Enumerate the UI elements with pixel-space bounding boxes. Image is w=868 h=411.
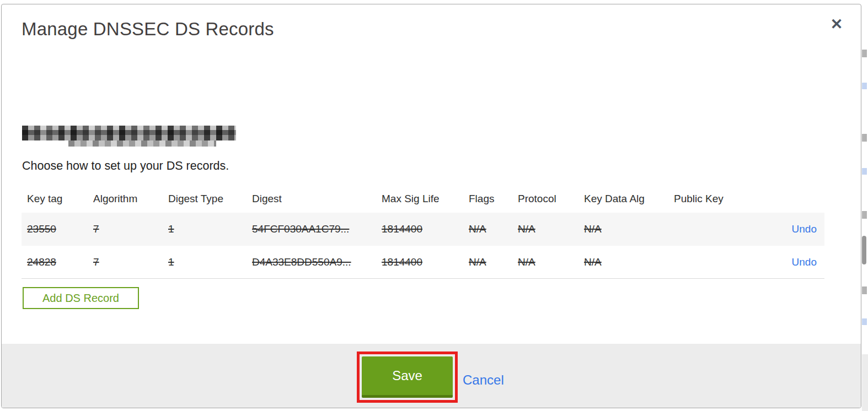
cell-digest: D4A33E8DD550A9... xyxy=(252,256,382,268)
dnssec-modal: Manage DNSSEC DS Records ✕ Choose how to… xyxy=(1,4,861,408)
cell-flags: N/A xyxy=(469,223,518,235)
col-header-max-sig-life: Max Sig Life xyxy=(382,193,469,205)
background-footer-strip xyxy=(862,354,868,411)
cell-protocol: N/A xyxy=(518,223,584,235)
col-header-public-key: Public Key xyxy=(674,193,786,205)
cell-algorithm: 7 xyxy=(93,256,168,268)
cell-protocol: N/A xyxy=(518,256,584,268)
cell-key-data-alg: N/A xyxy=(584,223,674,235)
col-header-protocol: Protocol xyxy=(518,193,584,205)
cell-digest-type: 1 xyxy=(168,256,252,268)
table-row: 23550 7 1 54FCF030AA1C79... 1814400 N/A … xyxy=(22,213,824,246)
modal-title: Manage DNSSEC DS Records xyxy=(22,19,274,40)
domain-name-redacted xyxy=(22,126,236,140)
undo-link[interactable]: Undo xyxy=(792,223,817,235)
cell-algorithm: 7 xyxy=(93,223,168,235)
undo-link[interactable]: Undo xyxy=(792,256,817,268)
cutoff-text-fragment xyxy=(862,50,867,57)
cell-key-data-alg: N/A xyxy=(584,256,674,268)
col-header-key-data-alg: Key Data Alg xyxy=(584,193,674,205)
cell-key-tag: 24828 xyxy=(27,256,93,268)
col-header-digest-type: Digest Type xyxy=(168,193,252,205)
cutoff-link-fragment xyxy=(862,318,867,325)
col-header-flags: Flags xyxy=(469,193,518,205)
page: Manage DNSSEC DS Records ✕ Choose how to… xyxy=(0,0,868,411)
save-highlight-annotation: Save xyxy=(357,351,458,403)
cell-digest: 54FCF030AA1C79... xyxy=(252,223,382,235)
ds-records-table: Key tag Algorithm Digest Type Digest Max… xyxy=(22,185,824,279)
cutoff-text-fragment xyxy=(862,134,867,142)
cancel-link[interactable]: Cancel xyxy=(463,372,504,388)
background-page-strip xyxy=(862,0,868,411)
scrollbar-thumb[interactable] xyxy=(862,236,866,264)
cell-flags: N/A xyxy=(469,256,518,268)
cell-max-sig-life: 1814400 xyxy=(382,223,469,235)
col-header-key-tag: Key tag xyxy=(27,193,93,205)
cutoff-text-fragment xyxy=(862,211,867,219)
cutoff-link-fragment xyxy=(862,168,867,175)
cell-key-tag: 23550 xyxy=(27,223,93,235)
cutoff-link-fragment xyxy=(862,83,867,89)
cutoff-text-fragment xyxy=(862,286,867,294)
table-row: 24828 7 1 D4A33E8DD550A9... 1814400 N/A … xyxy=(22,246,824,279)
modal-footer: Save Cancel xyxy=(2,344,861,408)
table-header-row: Key tag Algorithm Digest Type Digest Max… xyxy=(22,185,824,213)
cell-max-sig-life: 1814400 xyxy=(382,256,469,268)
close-icon[interactable]: ✕ xyxy=(827,14,846,34)
add-ds-record-button[interactable]: Add DS Record xyxy=(23,287,139,309)
instruction-text: Choose how to set up your DS records. xyxy=(22,159,229,173)
col-header-algorithm: Algorithm xyxy=(93,193,168,205)
col-header-digest: Digest xyxy=(252,193,382,205)
cell-digest-type: 1 xyxy=(168,223,252,235)
save-button[interactable]: Save xyxy=(362,356,453,398)
